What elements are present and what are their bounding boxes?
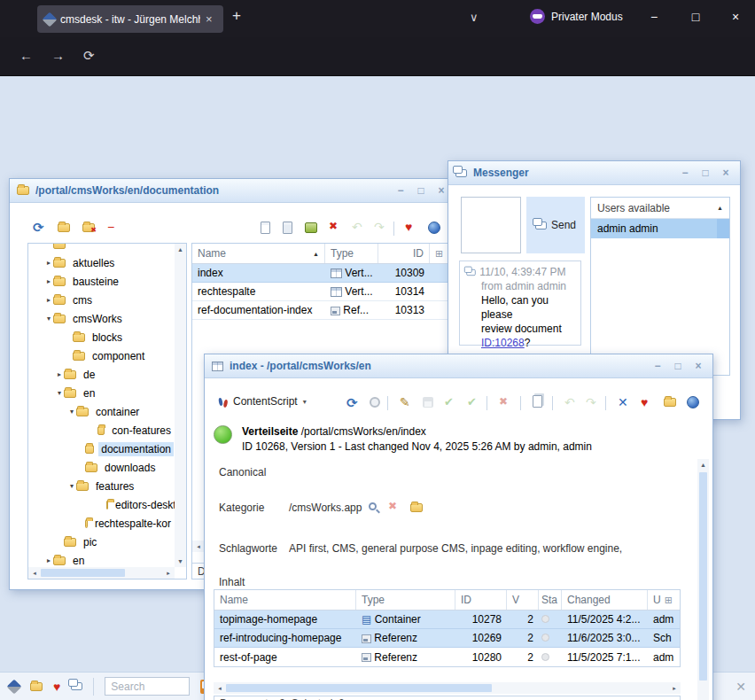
new-tab-button[interactable]: + [232, 7, 241, 25]
inhalt-row-ref-introducing[interactable]: ref-introducing-homepage Referenz 10269 … [214, 629, 680, 648]
approve-icon[interactable]: ✔ [444, 395, 454, 408]
scroll-up-icon[interactable]: ▲ [175, 246, 186, 253]
win1-close-button[interactable]: × [434, 184, 448, 197]
column-header-changed[interactable]: Changed [562, 590, 648, 610]
scroll-left-icon[interactable]: ◂ [194, 543, 203, 550]
open-folder-icon[interactable] [58, 223, 70, 232]
new-document-icon[interactable] [261, 222, 270, 234]
tree-item-pic[interactable]: pic [28, 533, 174, 551]
scroll-left-icon[interactable]: ◂ [215, 685, 224, 692]
window-maximize-button[interactable]: □ [687, 10, 704, 24]
redo-icon[interactable]: ↷ [586, 395, 596, 409]
tree-item-bausteine[interactable]: ▸bausteine [28, 272, 174, 291]
column-chooser-icon[interactable]: ⊞ [430, 244, 448, 263]
back-button[interactable]: ← [19, 48, 33, 63]
messenger-close-button[interactable]: × [719, 167, 733, 179]
column-header-id[interactable]: ID [455, 590, 507, 610]
win1-maximize-button[interactable]: □ [414, 184, 428, 197]
document-row-rechtespalte[interactable]: rechtespalte Vert... 10314 [192, 283, 448, 301]
window-documentation-titlebar[interactable]: /portal/cmsWorks/en/documentation − □ × [10, 179, 455, 203]
column-header-v[interactable]: V [507, 590, 539, 610]
save-icon[interactable] [423, 397, 433, 408]
document-link[interactable]: ID:10268 [481, 337, 525, 349]
win3-maximize-button[interactable]: □ [671, 360, 685, 372]
reload-button[interactable]: ⟳ [83, 48, 95, 64]
window-close-button[interactable]: × [727, 10, 744, 24]
forward-button[interactable]: → [51, 48, 65, 63]
taskbar-search-input[interactable] [105, 677, 190, 696]
scroll-left-icon[interactable]: ◂ [30, 570, 39, 577]
category-remove-icon[interactable]: ✖ [388, 500, 397, 512]
window-minimize-button[interactable]: − [645, 10, 663, 24]
tree-vertical-scrollbar[interactable]: ▲ ▼ [175, 244, 186, 567]
column-header-type[interactable]: Type [356, 590, 455, 610]
tree-item-cms[interactable]: ▸cms [28, 291, 174, 309]
document-row-index[interactable]: index Vert... 10309 [192, 264, 448, 283]
message-input[interactable] [461, 197, 521, 253]
browser-tab[interactable]: cmsdesk - itw - Jürgen Melchha × [37, 5, 223, 33]
messenger-maximize-button[interactable]: □ [698, 167, 712, 179]
tree-item-en[interactable]: ▾en [28, 384, 174, 402]
tab-list-chevron-icon[interactable]: ∨ [470, 11, 479, 24]
tree-item-component[interactable]: component [28, 346, 174, 365]
scrollbar-thumb[interactable] [41, 569, 125, 577]
tree-item-clipped[interactable] [28, 243, 174, 253]
scroll-right-icon[interactable]: ▸ [164, 570, 173, 577]
taskbar-messenger-icon[interactable] [71, 682, 82, 690]
messenger-minimize-button[interactable]: − [678, 167, 692, 179]
scrollbar-thumb[interactable] [226, 684, 492, 692]
undo-icon[interactable]: ↶ [564, 395, 575, 409]
tree-item-con-features[interactable]: con-features [28, 421, 174, 439]
copy-icon[interactable] [533, 395, 542, 408]
tree-item-editors-deskt[interactable]: editors-deskt [28, 495, 174, 514]
inhalt-horizontal-scrollbar[interactable]: ◂ ▸ [214, 682, 681, 694]
refresh-icon[interactable]: ⟳ [346, 395, 358, 411]
refresh-icon[interactable]: ⟳ [33, 220, 44, 236]
tree-item-blocks[interactable]: blocks [28, 328, 174, 346]
document-row-ref-documentation[interactable]: ref-documentation-index Ref... 10313 [192, 301, 448, 320]
category-folder-icon[interactable] [410, 503, 423, 512]
taskbar-expand-icon[interactable]: ✕ [736, 680, 746, 694]
favorite-heart-icon[interactable]: ♥ [641, 395, 648, 409]
win1-minimize-button[interactable]: − [393, 184, 408, 197]
tab-close-icon[interactable]: × [206, 12, 213, 26]
tree-item-downloads[interactable]: downloads [28, 458, 174, 477]
users-list-header[interactable]: Users available ▲ [591, 198, 729, 219]
history-clock-icon[interactable] [370, 397, 380, 408]
favorite-icon[interactable]: − [107, 220, 114, 234]
archive-icon[interactable] [305, 222, 317, 233]
tree-item-cmsworks[interactable]: ▾cmsWorks [28, 309, 174, 328]
folder-icon[interactable] [664, 398, 676, 407]
column-header-name[interactable]: Name [214, 590, 356, 610]
redo-icon[interactable]: ↷ [374, 220, 385, 234]
win3-vertical-scrollbar[interactable]: ▲ ▼ [697, 459, 709, 700]
tree-item-rechtespalte-kor[interactable]: rechtespalte-kor [28, 514, 174, 533]
scroll-down-icon[interactable]: ▼ [175, 558, 186, 564]
column-header-u[interactable]: U⊞ [648, 590, 680, 610]
reject-icon[interactable]: ✖ [499, 395, 508, 408]
move-document-icon[interactable] [283, 222, 292, 234]
edit-icon[interactable]: ✎ [400, 395, 410, 409]
tree-item-de[interactable]: ▸de [28, 365, 174, 384]
win3-close-button[interactable]: × [691, 360, 705, 372]
expand-icon[interactable]: ✕ [618, 395, 628, 409]
tree-item-container[interactable]: ▾container [28, 402, 174, 421]
messenger-titlebar[interactable]: Messenger − □ × [448, 161, 740, 185]
inhalt-row-topimage[interactable]: topimage-homepage ▤ Container 10278 2 11… [214, 611, 680, 629]
column-header-id[interactable]: ID [378, 244, 430, 263]
delete-icon[interactable]: ✖ [329, 220, 338, 232]
taskbar-favorites-icon[interactable]: ♥ [53, 680, 60, 694]
inhalt-row-rest-of-page[interactable]: rest-of-page Referenz 10280 2 11/5/2025 … [214, 648, 680, 666]
column-header-sta[interactable]: Sta [539, 590, 562, 610]
send-button[interactable]: Send [526, 197, 585, 253]
undo-icon[interactable]: ↶ [352, 220, 362, 234]
scrollbar-thumb[interactable] [699, 472, 707, 681]
win3-minimize-button[interactable]: − [650, 360, 665, 372]
tree-item-aktuelles[interactable]: ▸aktuelles [28, 253, 174, 272]
publish-globe-icon[interactable] [687, 396, 699, 408]
release-icon[interactable]: ✔ [467, 395, 477, 408]
user-row-admin[interactable]: admin admin [591, 219, 729, 238]
app-logo-icon[interactable] [7, 679, 22, 694]
scroll-right-icon[interactable]: ▸ [670, 685, 679, 692]
tree-item-features[interactable]: ▾features [28, 477, 174, 495]
